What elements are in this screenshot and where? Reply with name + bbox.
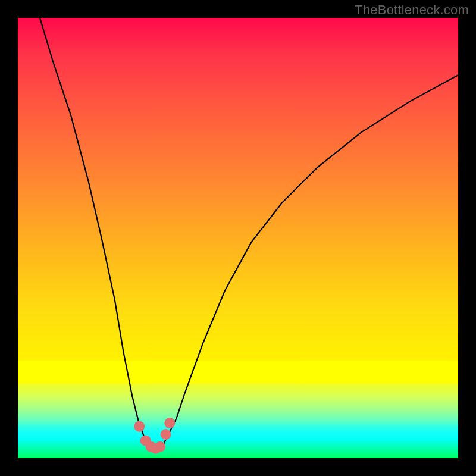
chart-frame: TheBottleneck.com bbox=[0, 0, 476, 476]
plot-background-gradient bbox=[18, 18, 458, 458]
watermark-text: TheBottleneck.com bbox=[355, 2, 469, 18]
neutral-yellow-band bbox=[18, 361, 458, 383]
